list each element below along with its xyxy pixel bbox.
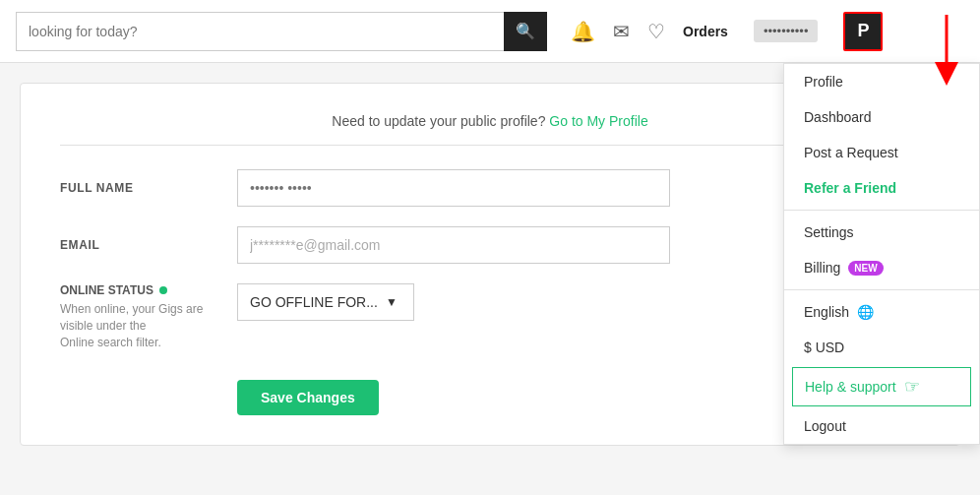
new-badge: NEW <box>848 261 883 276</box>
search-icon: 🔍 <box>516 22 535 40</box>
cursor-icon: ☞ <box>904 376 920 398</box>
search-container: 🔍 <box>16 12 547 51</box>
menu-divider-2 <box>784 289 979 290</box>
online-label-group: ONLINE STATUS When online, your Gigs are… <box>60 283 237 350</box>
email-label: EMAIL <box>60 238 237 252</box>
menu-item-settings[interactable]: Settings <box>784 215 979 250</box>
search-input[interactable] <box>16 12 504 51</box>
bell-icon[interactable]: 🔔 <box>571 20 595 43</box>
search-button[interactable]: 🔍 <box>504 12 547 51</box>
menu-item-dashboard[interactable]: Dashboard <box>784 99 979 135</box>
globe-icon: 🌐 <box>857 304 874 320</box>
chevron-down-icon: ▼ <box>386 295 398 309</box>
header: 🔍 🔔 ✉ ♡ Orders •••••••••• P <box>0 0 980 63</box>
menu-item-logout[interactable]: Logout <box>784 408 979 444</box>
menu-item-refer-friend[interactable]: Refer a Friend <box>784 170 979 206</box>
online-description: When online, your Gigs are visible under… <box>60 301 237 350</box>
header-icons: 🔔 ✉ ♡ Orders •••••••••• P <box>571 12 883 51</box>
full-name-label: FULL NAME <box>60 181 237 195</box>
user-tag: •••••••••• <box>754 20 819 42</box>
mail-icon[interactable]: ✉ <box>613 20 630 43</box>
menu-item-language[interactable]: English 🌐 <box>784 294 979 330</box>
full-name-input[interactable] <box>237 169 670 207</box>
online-status-label: ONLINE STATUS <box>60 283 237 297</box>
profile-button[interactable]: P <box>843 12 883 51</box>
menu-item-help[interactable]: Help & support ☞ <box>792 367 971 406</box>
go-to-profile-link[interactable]: Go to My Profile <box>549 113 647 129</box>
menu-item-currency[interactable]: $ USD <box>784 330 979 365</box>
menu-item-post-request[interactable]: Post a Request <box>784 135 979 170</box>
save-changes-button[interactable]: Save Changes <box>237 380 379 415</box>
menu-item-billing[interactable]: Billing NEW <box>784 250 979 285</box>
offline-dropdown[interactable]: GO OFFLINE FOR... ▼ <box>237 283 414 321</box>
menu-item-profile[interactable]: Profile <box>784 64 979 99</box>
heart-icon[interactable]: ♡ <box>647 20 665 43</box>
menu-divider <box>784 210 979 211</box>
orders-link[interactable]: Orders <box>683 24 728 39</box>
online-indicator <box>159 286 167 294</box>
email-input[interactable] <box>237 226 670 264</box>
dropdown-menu: Profile Dashboard Post a Request Refer a… <box>783 63 980 445</box>
